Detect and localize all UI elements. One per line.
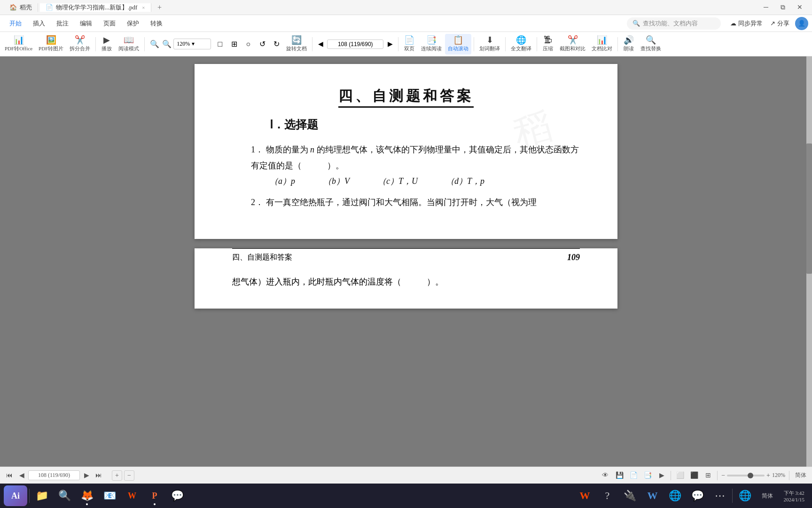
network-icon: 🌐 [739, 490, 751, 502]
grid-status[interactable]: ⊞ [703, 470, 713, 481]
simplified-button[interactable]: 简体 [793, 470, 808, 480]
last-page-button[interactable]: ⏭ [93, 470, 104, 481]
single-view-button[interactable]: 📄 [628, 470, 639, 481]
tab-daoke[interactable]: 🏠 稻壳 [4, 3, 38, 12]
page-footer: 四、自测题和答案 109 [232, 248, 580, 262]
taskbar-browser[interactable]: 🌐 [664, 485, 685, 506]
taskbar-plugin[interactable]: 🔌 [619, 485, 640, 506]
menu-start[interactable]: 开始 [4, 16, 27, 31]
double-page-button[interactable]: 📑 连续阅读 [418, 34, 445, 55]
q2-content: 有一真空绝热瓶子，通过阀门和大气相隔。当阀门打开时，大气（视为理 [266, 198, 537, 207]
minimize-button[interactable]: ─ [759, 1, 773, 14]
zoom-slider[interactable] [727, 475, 765, 476]
dual-view-button[interactable]: 📑 [642, 470, 653, 481]
taskbar-help[interactable]: ? [597, 485, 617, 506]
compress-button[interactable]: 🗜 压缩 [539, 34, 556, 55]
wps-ppt-icon: P [152, 491, 157, 501]
save-icon-button[interactable]: 💾 [614, 470, 625, 481]
eye-mode-button[interactable]: 👁 [600, 470, 610, 481]
remove-page-button[interactable]: − [124, 470, 134, 481]
pdf-to-office-button[interactable]: 📊 PDF转Office [2, 34, 35, 55]
scrollbar-track[interactable] [806, 56, 812, 491]
compress-label: 压缩 [543, 45, 553, 52]
menu-edit[interactable]: 编辑 [74, 16, 98, 31]
zoom-in-button[interactable]: 🔍 [161, 39, 172, 50]
taskbar-search[interactable]: 🔍 [54, 485, 75, 506]
split-merge-button[interactable]: ✂️ 拆分合并 [67, 34, 93, 55]
play-button[interactable]: ▶ 播放 [98, 34, 115, 55]
translate-button[interactable]: 🌐 全文翻译 [508, 34, 534, 55]
zoom-out-status[interactable]: − [721, 472, 725, 479]
first-page-button[interactable]: ⏮ [4, 470, 15, 481]
menu-annotate[interactable]: 批注 [51, 16, 74, 31]
continuous-read-icon: 📋 [453, 36, 463, 44]
q1-opt-b: （b）V [323, 175, 350, 187]
taskbar-wps-main[interactable]: W [122, 485, 142, 506]
zoom-percent: 120% [772, 472, 785, 479]
prev-page-button[interactable]: ◀ [315, 39, 326, 50]
taskbar-wps-right[interactable]: W [574, 485, 595, 506]
next-page-button[interactable]: ▶ [384, 39, 396, 50]
read-aloud-button[interactable]: 🔊 朗读 [620, 34, 637, 55]
pdf-to-image-button[interactable]: 🖼️ PDF转图片 [36, 34, 66, 55]
menu-protect[interactable]: 保护 [121, 16, 145, 31]
menu-page[interactable]: 页面 [98, 16, 121, 31]
circle-tool[interactable]: ○ [242, 38, 255, 51]
continuous-read-button[interactable]: 📋 自动滚动 [445, 34, 471, 55]
find-replace-button[interactable]: 🔍 查找替换 [638, 34, 664, 55]
crop-tool[interactable]: ⊞ [227, 38, 241, 51]
wechat-icon: 💬 [171, 490, 184, 502]
new-tab-button[interactable]: + [153, 3, 166, 12]
single-page-button[interactable]: 📄 双页 [401, 34, 418, 55]
taskbar-chat[interactable]: 💬 [687, 485, 708, 506]
zoom-select[interactable]: 120% ▾ [173, 39, 211, 49]
add-page-button[interactable]: + [112, 470, 122, 481]
taskbar-time[interactable]: 下午 3:42 2024/1/15 [780, 488, 808, 504]
sync-button[interactable]: ☁ 同步异常 [730, 19, 763, 28]
titlebar-right: ─ ⧉ ✕ [759, 1, 812, 14]
rotate-right-tool[interactable]: ↻ [270, 38, 283, 51]
rect-tool[interactable]: □ [213, 38, 226, 51]
taskbar-firefox[interactable]: 🦊 [77, 485, 97, 506]
q1-opt-d: （d）T，p [446, 175, 484, 187]
user-avatar[interactable]: 👤 [795, 17, 808, 30]
crop-compare-button[interactable]: ✂️ 截图和对比 [557, 34, 588, 55]
restore-button[interactable]: ⧉ [776, 1, 789, 14]
prev-page-status-button[interactable]: ◀ [16, 470, 27, 481]
toolbar-separator-7 [537, 37, 537, 51]
single-page-label: 双页 [404, 45, 414, 52]
close-button[interactable]: ✕ [793, 1, 806, 14]
taskbar-wps2[interactable]: W [642, 485, 663, 506]
ai-button[interactable]: Ai [4, 485, 27, 506]
next-page-status-button[interactable]: ▶ [81, 470, 92, 481]
taskbar-keyboard[interactable]: 简体 [757, 485, 778, 506]
taskbar-wechat[interactable]: 💬 [167, 485, 187, 506]
share-button[interactable]: ↗ 分享 [770, 19, 789, 28]
zoom-in-status[interactable]: + [766, 472, 770, 479]
taskbar-network[interactable]: 🌐 [734, 485, 755, 506]
zoom-out-button[interactable]: 🔍 [149, 39, 160, 50]
menu-insert[interactable]: 插入 [27, 16, 51, 31]
doc-compare-button[interactable]: 📊 文档比对 [589, 34, 615, 55]
status-sep2 [717, 471, 718, 480]
search-bar[interactable]: 🔍 查找功能、文档内容 [627, 17, 721, 30]
page-status-display[interactable]: 108 (119/690) [28, 470, 80, 480]
menu-convert[interactable]: 转换 [145, 16, 168, 31]
tab-close-icon[interactable]: × [142, 5, 145, 10]
sync-icon: ☁ [730, 20, 736, 27]
split-status[interactable]: ⬛ [689, 470, 699, 481]
rotate-doc-button[interactable]: 🔄 旋转文档 [283, 34, 310, 55]
single-page-status[interactable]: ⬜ [675, 470, 685, 481]
taskbar-wps-ppt[interactable]: P [144, 485, 165, 506]
rotate-left-tool[interactable]: ↺ [256, 38, 269, 51]
tab-pdf[interactable]: 📄 物理化学学习指南...新版】.pdf × [40, 3, 151, 12]
taskbar-files[interactable]: 📁 [31, 485, 52, 506]
taskbar-more[interactable]: ⋯ [710, 485, 730, 506]
scrollbar-thumb[interactable] [806, 143, 812, 274]
play-status-button[interactable]: ▶ [656, 470, 667, 481]
browser-icon: 🌐 [669, 490, 681, 502]
taskbar-email[interactable]: 📧 [99, 485, 120, 506]
page-input[interactable] [327, 40, 383, 49]
read-mode-button[interactable]: 📖 阅读模式 [116, 34, 142, 55]
auto-scroll-button[interactable]: ⬇ 划词翻译 [476, 34, 503, 55]
